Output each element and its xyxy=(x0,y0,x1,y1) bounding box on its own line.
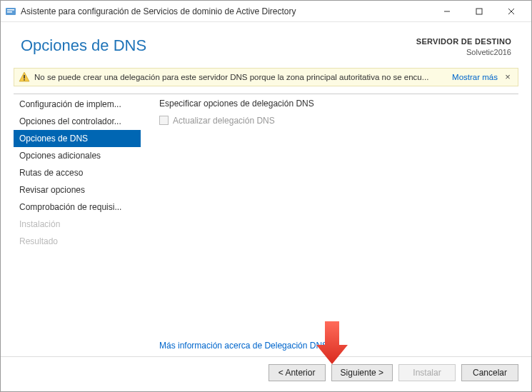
update-dns-delegation-label: Actualizar delegación DNS xyxy=(173,116,275,126)
maximize-button[interactable] xyxy=(463,1,495,21)
warning-icon xyxy=(19,71,30,83)
destination-label: SERVIDOR DE DESTINO xyxy=(416,36,511,47)
svg-rect-4 xyxy=(476,9,482,14)
header: Opciones de DNS SERVIDOR DE DESTINO Solv… xyxy=(1,22,531,68)
wizard-window: Asistente para configuración de Servicio… xyxy=(0,0,532,392)
sidebar-item-additional-options[interactable]: Opciones adicionales xyxy=(14,147,141,164)
window-controls xyxy=(431,1,527,21)
update-dns-delegation-checkbox xyxy=(159,116,169,125)
app-icon xyxy=(5,6,16,17)
content-heading: Especificar opciones de delegación DNS xyxy=(159,99,516,109)
sidebar-item-installation: Instalación xyxy=(14,216,141,233)
svg-rect-1 xyxy=(7,9,14,11)
sidebar: Configuración de implem... Opciones del … xyxy=(14,94,141,356)
close-button[interactable] xyxy=(495,1,527,21)
sidebar-item-paths[interactable]: Rutas de acceso xyxy=(14,164,141,181)
update-dns-delegation-row: Actualizar delegación DNS xyxy=(159,116,516,126)
destination-server: SERVIDOR DE DESTINO Solvetic2016 xyxy=(416,36,511,58)
minimize-button[interactable] xyxy=(431,1,463,21)
body: Configuración de implem... Opciones del … xyxy=(1,86,531,356)
warning-close[interactable]: × xyxy=(502,71,513,82)
warning-text: No se puede crear una delegación para es… xyxy=(34,73,448,81)
window-title: Asistente para configuración de Servicio… xyxy=(21,6,431,16)
more-info-link[interactable]: Más información acerca de Delegación DNS xyxy=(159,341,516,351)
destination-value: Solvetic2016 xyxy=(416,47,511,58)
titlebar: Asistente para configuración de Servicio… xyxy=(1,1,531,22)
sidebar-item-domain-controller-options[interactable]: Opciones del controlador... xyxy=(14,113,141,130)
warning-show-more[interactable]: Mostrar más xyxy=(452,73,498,81)
cancel-button[interactable]: Cancelar xyxy=(461,364,518,381)
previous-button[interactable]: < Anterior xyxy=(268,364,326,381)
footer: < Anterior Siguiente > Instalar Cancelar xyxy=(1,356,531,391)
warning-bar: No se puede crear una delegación para es… xyxy=(14,68,518,86)
sidebar-item-prerequisites-check[interactable]: Comprobación de requisi... xyxy=(14,198,141,216)
svg-rect-9 xyxy=(24,79,25,81)
sidebar-item-review-options[interactable]: Revisar opciones xyxy=(14,181,141,198)
svg-rect-8 xyxy=(24,75,25,79)
svg-rect-2 xyxy=(7,11,12,13)
sidebar-item-results: Resultado xyxy=(14,233,141,250)
sidebar-item-dns-options[interactable]: Opciones de DNS xyxy=(14,130,141,147)
content: Especificar opciones de delegación DNS A… xyxy=(141,94,518,356)
spacer xyxy=(159,126,516,341)
page-title: Opciones de DNS xyxy=(21,36,146,55)
next-button[interactable]: Siguiente > xyxy=(331,364,393,381)
sidebar-item-deployment-config[interactable]: Configuración de implem... xyxy=(14,96,141,113)
install-button: Instalar xyxy=(398,364,456,381)
